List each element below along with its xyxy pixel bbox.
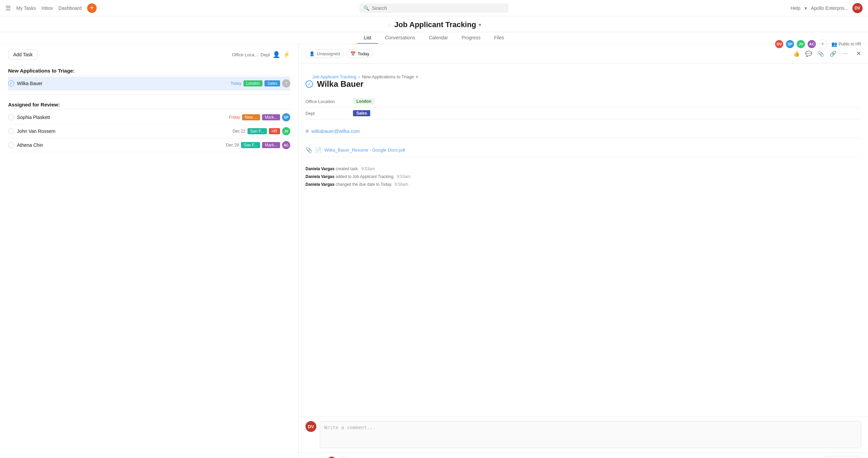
- task-tag-london: London: [243, 80, 262, 86]
- project-title: Job Applicant Tracking: [394, 20, 476, 29]
- task-tag-john-2: HR: [269, 128, 280, 134]
- inbox-link[interactable]: Inbox: [41, 5, 53, 11]
- task-tag-sales: Sales: [264, 80, 280, 86]
- assignee-avatar-sophia: SP: [282, 113, 290, 121]
- link-button[interactable]: 🔗: [828, 48, 839, 59]
- assignee-avatar-john: JV: [282, 127, 290, 135]
- today-label: Today: [358, 51, 370, 56]
- tab-list[interactable]: List: [357, 32, 378, 44]
- detail-footer: Followers DV + 🔔 Following: [299, 452, 868, 458]
- detail-fields: Office Location London Dept Sales: [305, 96, 861, 119]
- comment-input[interactable]: [320, 421, 861, 448]
- star-icon[interactable]: ☆: [387, 22, 392, 28]
- task-checkbox-wilka[interactable]: ✓: [8, 80, 14, 86]
- task-title-text: Wilka Bauer: [317, 79, 363, 89]
- tab-calendar[interactable]: Calendar: [422, 32, 455, 44]
- close-button[interactable]: ✕: [856, 50, 861, 57]
- nav-right: Help ▾ Apollo Enterpris... DV: [791, 3, 863, 13]
- comment-user-avatar: DV: [305, 421, 316, 432]
- list-toolbar: Add Task Office Loca... Dept 👤 ⚡: [8, 49, 290, 60]
- task-checkbox-sophia[interactable]: [8, 114, 14, 120]
- breadcrumb-chevron[interactable]: ▾: [416, 75, 418, 79]
- tab-progress[interactable]: Progress: [455, 32, 487, 44]
- field-office-location-value: London: [353, 98, 375, 104]
- email-link[interactable]: wilkabauer@wilka.com: [311, 128, 360, 134]
- following-button[interactable]: 🔔 Following: [825, 456, 861, 458]
- hamburger-icon[interactable]: ☰: [5, 4, 11, 12]
- unassigned-button[interactable]: 👤 Unassigned: [305, 49, 344, 58]
- tag-london: London: [353, 98, 375, 104]
- tab-conversations[interactable]: Conversations: [378, 32, 422, 44]
- task-title-row: ✓ Wilka Bauer: [305, 79, 861, 89]
- task-name-sophia: Sophia Plaskett: [17, 115, 226, 120]
- due-date-button[interactable]: 📅 Today: [347, 49, 373, 58]
- task-date-athena: Dec 29: [226, 143, 239, 147]
- field-dept-value: Sales: [353, 110, 370, 116]
- add-task-button[interactable]: Add Task: [8, 49, 38, 60]
- breadcrumb-section-link[interactable]: New Applications to Triage: [362, 74, 414, 79]
- task-row-sophia[interactable]: Sophia Plaskett Friday New ... Mark... S…: [8, 111, 290, 124]
- my-tasks-link[interactable]: My Tasks: [16, 5, 36, 11]
- task-name-wilka: Wilka Bauer: [17, 81, 228, 86]
- attach-button[interactable]: 📎: [815, 48, 826, 59]
- field-office-location: Office Location London: [305, 96, 861, 107]
- task-title-checkbox[interactable]: ✓: [305, 80, 313, 88]
- tag-sales: Sales: [353, 110, 370, 116]
- activity-item-1: Daniela Vargas created task. 9:53am: [305, 165, 861, 173]
- task-checkbox-athena[interactable]: [8, 142, 14, 148]
- help-button[interactable]: Help: [791, 5, 801, 11]
- assignee-avatar-athena: AC: [282, 141, 290, 149]
- user-name[interactable]: Apollo Enterpris...: [811, 5, 849, 11]
- comment-area: DV: [299, 417, 868, 452]
- member-avatar-ac[interactable]: AC: [807, 39, 816, 49]
- unassigned-label: Unassigned: [317, 51, 340, 56]
- task-date-sophia: Friday: [229, 115, 240, 120]
- breadcrumb-project-link[interactable]: Job Applicant Tracking: [312, 74, 356, 79]
- user-avatar[interactable]: DV: [852, 3, 863, 13]
- person-filter-icon[interactable]: 👤: [273, 51, 280, 58]
- field-dept: Dept Sales: [305, 107, 861, 119]
- more-button[interactable]: ···: [840, 48, 851, 59]
- help-chevron[interactable]: ▾: [805, 5, 807, 11]
- task-meta-wilka: Today London Sales ?: [231, 79, 290, 87]
- file-link[interactable]: Wilka_Bauer_Resume - Google Docs.pdf: [324, 147, 405, 153]
- like-button[interactable]: 👍: [791, 48, 802, 59]
- attachment-icon: 📎: [305, 147, 312, 153]
- nav-left: ☰ My Tasks Inbox Dashboard +: [5, 3, 97, 13]
- add-member-button[interactable]: +: [818, 39, 827, 49]
- follower-avatar-dv[interactable]: DV: [327, 457, 336, 458]
- project-title-chevron[interactable]: ▾: [479, 22, 481, 27]
- activity-item-3: Daniela Vargas changed the due date to T…: [305, 181, 861, 188]
- member-avatar-dv[interactable]: DV: [774, 39, 784, 49]
- detail-attachment: 📎 📄 Wilka_Bauer_Resume - Google Docs.pdf: [305, 143, 861, 157]
- detail-header-left: 👤 Unassigned 📅 Today: [305, 49, 788, 58]
- search-bar[interactable]: 🔍: [359, 3, 509, 13]
- task-row-john[interactable]: John Van Rossem Dec 22 San F... HR JV: [8, 124, 290, 138]
- task-row-athena[interactable]: Athena Chin Dec 29 San F... Mark... AC: [8, 138, 290, 152]
- followers-left: Followers DV +: [305, 457, 348, 458]
- tab-files[interactable]: Files: [487, 32, 511, 44]
- comment-button[interactable]: 💬: [803, 48, 814, 59]
- toolbar-right: Office Loca... Dept 👤 ⚡: [232, 51, 290, 58]
- member-avatar-jv[interactable]: JV: [796, 39, 806, 49]
- filter-icon[interactable]: ⚡: [283, 51, 290, 58]
- section-assigned-review: Assigned for Review:: [8, 99, 290, 109]
- main-content: Add Task Office Loca... Dept 👤 ⚡ New App…: [0, 44, 868, 458]
- dashboard-link[interactable]: Dashboard: [58, 5, 82, 11]
- add-button[interactable]: +: [87, 3, 97, 13]
- task-tag-sophia-1: New ...: [242, 114, 260, 120]
- public-label: Public to HR: [839, 42, 861, 46]
- project-tabs: List Conversations Calendar Progress Fil…: [0, 32, 868, 44]
- search-input[interactable]: [372, 5, 505, 11]
- task-row-wilka[interactable]: ✓ Wilka Bauer Today London Sales ?: [8, 77, 290, 91]
- public-icon: 👥: [831, 41, 837, 47]
- dept-label[interactable]: Dept: [261, 52, 270, 57]
- task-checkbox-john[interactable]: [8, 128, 14, 134]
- add-follower-button[interactable]: +: [339, 457, 348, 458]
- member-avatar-sp[interactable]: SP: [785, 39, 795, 49]
- office-location-label[interactable]: Office Loca...: [232, 52, 258, 57]
- list-panel: Add Task Office Loca... Dept 👤 ⚡ New App…: [0, 44, 298, 458]
- public-badge[interactable]: 👥 Public to HR: [831, 41, 861, 47]
- activity-item-2: Daniela Vargas added to Job Applicant Tr…: [305, 173, 861, 181]
- detail-body: Job Applicant Tracking › New Application…: [299, 63, 868, 417]
